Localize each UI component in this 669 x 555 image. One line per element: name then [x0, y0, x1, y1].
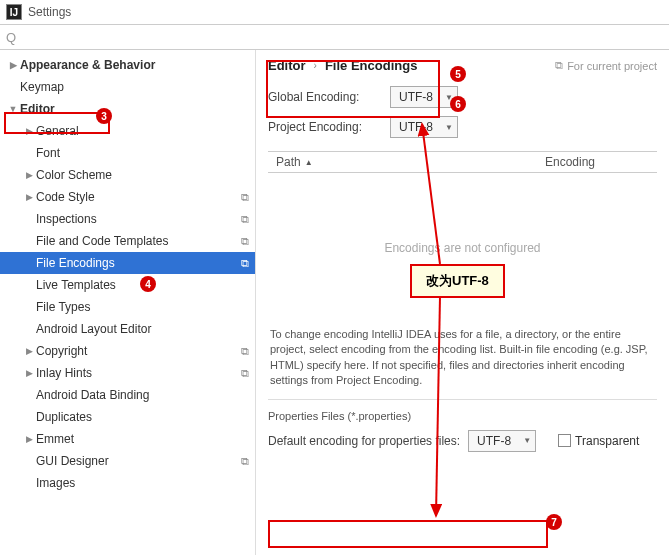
tree-item-keymap[interactable]: Keymap	[0, 76, 255, 98]
global-encoding-value: UTF-8	[399, 90, 439, 104]
tree-item-copyright[interactable]: ▶Copyright⧉	[0, 340, 255, 362]
search-input[interactable]	[20, 30, 663, 44]
tree-item-label: Color Scheme	[36, 168, 249, 182]
tree-item-emmet[interactable]: ▶Emmet	[0, 428, 255, 450]
encodings-table-body: Encodings are not configured	[268, 173, 657, 323]
chevron-down-icon: ▼	[523, 436, 531, 445]
chevron-icon: ▶	[22, 346, 36, 356]
project-encoding-combo[interactable]: UTF-8 ▼	[390, 116, 458, 138]
chevron-icon: ▶	[22, 170, 36, 180]
chevron-right-icon: ›	[314, 60, 317, 71]
title-bar: IJ Settings	[0, 0, 669, 24]
col-path[interactable]: Path ▲	[268, 155, 537, 169]
tree-item-label: File and Code Templates	[36, 234, 237, 248]
tree-item-label: Android Data Binding	[36, 388, 249, 402]
tree-item-label: File Types	[36, 300, 249, 314]
tree-item-label: File Encodings	[36, 256, 237, 270]
project-icon: ⧉	[555, 59, 563, 72]
project-encoding-label: Project Encoding:	[268, 120, 380, 134]
tree-item-label: Android Layout Editor	[36, 322, 249, 336]
search-icon: Q	[6, 30, 16, 45]
breadcrumb: Editor › File Encodings ⧉ For current pr…	[268, 58, 657, 73]
tree-item-label: Font	[36, 146, 249, 160]
search-bar[interactable]: Q	[0, 24, 669, 50]
tree-item-appearance-behavior[interactable]: ▶Appearance & Behavior	[0, 54, 255, 76]
tree-item-android-layout-editor[interactable]: Android Layout Editor	[0, 318, 255, 340]
default-properties-encoding-label: Default encoding for properties files:	[268, 434, 460, 448]
chevron-icon: ▶	[22, 434, 36, 444]
chevron-icon: ▶	[22, 126, 36, 136]
help-text: To change encoding IntelliJ IDEA uses fo…	[268, 323, 657, 400]
project-scope-icon: ⧉	[241, 367, 249, 380]
sort-asc-icon: ▲	[305, 158, 313, 167]
tree-item-label: Inlay Hints	[36, 366, 237, 380]
project-scope-icon: ⧉	[241, 191, 249, 204]
properties-section-title: Properties Files (*.properties)	[268, 410, 657, 422]
tree-item-file-and-code-templates[interactable]: File and Code Templates⧉	[0, 230, 255, 252]
tree-item-code-style[interactable]: ▶Code Style⧉	[0, 186, 255, 208]
tree-item-inlay-hints[interactable]: ▶Inlay Hints⧉	[0, 362, 255, 384]
tree-item-label: Live Templates	[36, 278, 249, 292]
tree-item-label: Copyright	[36, 344, 237, 358]
transparent-label: Transparent	[575, 434, 639, 448]
settings-tree[interactable]: ▶Appearance & BehaviorKeymap▼Editor▶Gene…	[0, 50, 256, 555]
tree-item-label: Duplicates	[36, 410, 249, 424]
app-icon: IJ	[6, 4, 22, 20]
default-properties-encoding-combo[interactable]: UTF-8 ▼	[468, 430, 536, 452]
chevron-icon: ▶	[22, 368, 36, 378]
tree-item-live-templates[interactable]: Live Templates	[0, 274, 255, 296]
project-scope-icon: ⧉	[241, 235, 249, 248]
crumb-editor[interactable]: Editor	[268, 58, 306, 73]
tree-item-inspections[interactable]: Inspections⧉	[0, 208, 255, 230]
tree-item-color-scheme[interactable]: ▶Color Scheme	[0, 164, 255, 186]
tree-item-label: GUI Designer	[36, 454, 237, 468]
tree-item-label: Appearance & Behavior	[20, 58, 249, 72]
window-title: Settings	[28, 5, 71, 19]
tree-item-font[interactable]: Font	[0, 142, 255, 164]
tree-item-label: Editor	[20, 102, 249, 116]
encodings-table-header: Path ▲ Encoding	[268, 151, 657, 173]
global-encoding-combo[interactable]: UTF-8 ▼	[390, 86, 458, 108]
project-encoding-value: UTF-8	[399, 120, 439, 134]
tree-item-duplicates[interactable]: Duplicates	[0, 406, 255, 428]
tree-item-label: Inspections	[36, 212, 237, 226]
content-panel: Editor › File Encodings ⧉ For current pr…	[256, 50, 669, 555]
project-scope-icon: ⧉	[241, 455, 249, 468]
empty-table-text: Encodings are not configured	[384, 241, 540, 255]
project-scope-icon: ⧉	[241, 213, 249, 226]
checkbox-box	[558, 434, 571, 447]
tree-item-general[interactable]: ▶General	[0, 120, 255, 142]
tree-item-file-types[interactable]: File Types	[0, 296, 255, 318]
chevron-icon: ▼	[6, 104, 20, 114]
tree-item-editor[interactable]: ▼Editor	[0, 98, 255, 120]
default-properties-encoding-value: UTF-8	[477, 434, 517, 448]
tree-item-label: Code Style	[36, 190, 237, 204]
tree-item-label: Images	[36, 476, 249, 490]
tree-item-file-encodings[interactable]: File Encodings⧉	[0, 252, 255, 274]
chevron-down-icon: ▼	[445, 123, 453, 132]
tree-item-android-data-binding[interactable]: Android Data Binding	[0, 384, 255, 406]
tree-item-label: Keymap	[20, 80, 249, 94]
global-encoding-label: Global Encoding:	[268, 90, 380, 104]
col-encoding[interactable]: Encoding	[537, 155, 657, 169]
tree-item-images[interactable]: Images	[0, 472, 255, 494]
project-scope-icon: ⧉	[241, 345, 249, 358]
crumb-file-encodings: File Encodings	[325, 58, 417, 73]
chevron-icon: ▶	[22, 192, 36, 202]
project-scope-icon: ⧉	[241, 257, 249, 270]
chevron-down-icon: ▼	[445, 93, 453, 102]
tree-item-label: General	[36, 124, 249, 138]
for-current-project-label: ⧉ For current project	[555, 59, 657, 72]
tree-item-label: Emmet	[36, 432, 249, 446]
tree-item-gui-designer[interactable]: GUI Designer⧉	[0, 450, 255, 472]
chevron-icon: ▶	[6, 60, 20, 70]
transparent-checkbox[interactable]: Transparent	[558, 434, 639, 448]
